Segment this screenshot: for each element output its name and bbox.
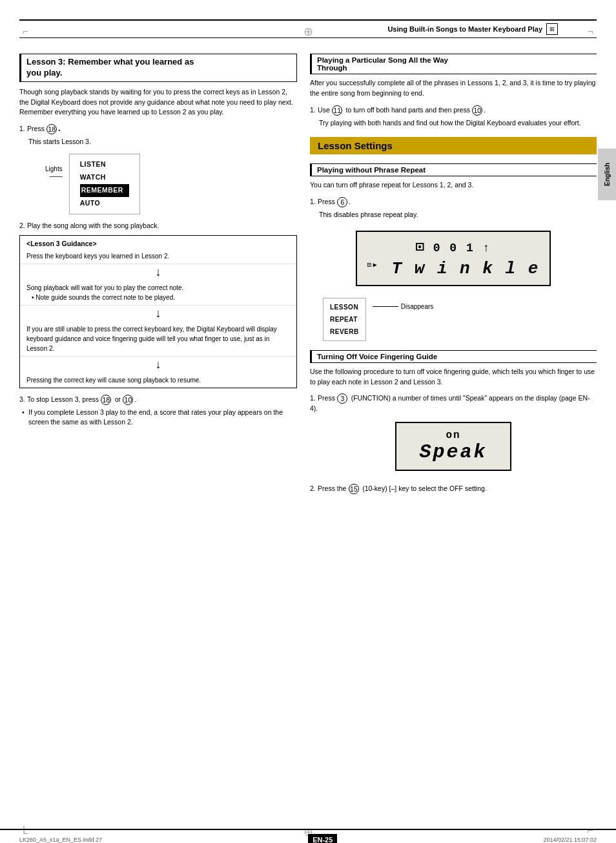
lights-item-auto: AUTO <box>80 197 129 210</box>
sidebar-english-label: English <box>598 149 616 200</box>
phrase-repeat-section-box: Playing without Phrase Repeat <box>310 163 597 176</box>
circle-3: 3 <box>337 393 347 404</box>
top-bar-title: Using Built-in Songs to Master Keyboard … <box>387 25 542 33</box>
right-column: Playing a Particular Song All the Way Th… <box>310 45 597 497</box>
footer: LK260_A5_x1a_EN_ES.indd 27 EN-25 2014/02… <box>0 829 616 843</box>
lesson-labels-container: LESSON REPEAT REVERB Disappears <box>323 298 597 341</box>
repeat-label: REPEAT <box>330 313 359 326</box>
guidance-arrow-3: ↓ <box>20 357 296 373</box>
circle-10b: 10 <box>472 105 482 116</box>
lcd-display-twinkle: ⊡ 0 0 1 ↑ ⊡▶ T w i n k l e <box>356 231 551 286</box>
phrase-repeat-step1-sub: This disables phrase repeat play. <box>310 210 597 220</box>
center-mark-top: ⊕ <box>303 25 313 39</box>
lesson-label: LESSON <box>330 301 359 313</box>
speak-display: on Speak <box>395 422 511 471</box>
disappears-line <box>373 306 398 307</box>
lcd-top-row: ⊡ 0 0 1 ↑ <box>367 238 540 256</box>
circle-10: 10 <box>123 395 133 405</box>
speak-display-container: on Speak <box>310 415 597 477</box>
playing-intro: After you successfully complete all of t… <box>310 78 597 99</box>
corner-mark-tl: ⌐ <box>23 26 28 37</box>
guidance-row-4: Pressing the correct key will cause song… <box>20 373 296 388</box>
guidance-row-2: Song playback will wait for you to play … <box>20 280 296 306</box>
lights-item-watch: WATCH <box>80 171 129 184</box>
circle-18b: 18 <box>101 395 111 405</box>
lights-item-listen: LISTEN <box>80 158 129 171</box>
guidance-arrow-2: ↓ <box>20 306 296 322</box>
playing-section-title: Playing a Particular Song All the Way Th… <box>317 56 591 72</box>
footer-filename: LK260_A5_x1a_EN_ES.indd 27 <box>19 837 102 843</box>
lcd-display-container: ⊡ 0 0 1 ↑ ⊡▶ T w i n k l e <box>310 224 597 293</box>
circle-15: 15 <box>349 484 359 494</box>
top-bar-icon: ⊞ <box>546 23 558 35</box>
speak-bottom-row: Speak <box>409 441 497 463</box>
voice-fingering-intro: Use the following procedure to turn off … <box>310 367 597 388</box>
playing-section-box: Playing a Particular Song All the Way Th… <box>310 54 597 74</box>
phrase-repeat-step1: 1. Press 6. <box>310 197 597 207</box>
voice-fingering-section-box: Turning Off Voice Fingering Guide <box>310 350 597 363</box>
lesson3-intro: Though song playback stands by waiting f… <box>19 87 297 118</box>
disappears-text: Disappears <box>401 303 434 310</box>
lights-label: Lights <box>45 165 63 172</box>
lesson3-section-box: Lesson 3: Remember what you learned as y… <box>19 54 297 82</box>
circle-11: 11 <box>332 105 342 116</box>
lesson-settings-heading: Lesson Settings <box>310 137 597 154</box>
lesson3-step3: 3. To stop Lesson 3, press 18 or 10. <box>19 395 297 405</box>
guidance-title: <Lesson 3 Guidance> <box>20 236 296 249</box>
circle-18: 18 <box>46 124 57 134</box>
footer-page-number: EN-25 <box>308 834 337 843</box>
lesson3-title: Lesson 3: Remember what you learned as y… <box>26 57 291 79</box>
phrase-repeat-title: Playing without Phrase Repeat <box>317 166 591 174</box>
voice-fingering-step2: 2. Press the 15 (10-key) [–] key to sele… <box>310 484 597 494</box>
voice-fingering-title: Turning Off Voice Fingering Guide <box>317 353 591 360</box>
lights-item-remember: REMEMBER <box>80 184 129 197</box>
phrase-repeat-intro: You can turn off phrase repeat for Lesso… <box>310 180 597 191</box>
playing-step1: 1. Use 11 to turn off both hand parts an… <box>310 105 597 116</box>
disappears-label-container: Disappears <box>373 303 434 310</box>
voice-fingering-step1: 1. Press 3 (FUNCTION) a number of times … <box>310 393 597 413</box>
guidance-box: <Lesson 3 Guidance> Press the keyboard k… <box>19 235 297 388</box>
reverb-label: REVERB <box>330 326 359 338</box>
footer-date: 2014/02/21 15:07:02 <box>543 837 597 843</box>
lesson3-step3-bullet: If you complete Lesson 3 play to the end… <box>19 408 297 428</box>
lights-list: LISTEN WATCH REMEMBER AUTO <box>69 154 140 214</box>
circle-6: 6 <box>337 197 347 207</box>
lcd-bottom-row: ⊡▶ T w i n k l e <box>367 258 540 278</box>
lesson3-step2: 2. Play the song along with the song pla… <box>19 221 297 230</box>
lights-diagram: Lights —— LISTEN WATCH REMEMBER AUTO <box>45 154 297 214</box>
lesson-labels-box: LESSON REPEAT REVERB <box>323 298 366 341</box>
speak-top-row: on <box>409 430 497 441</box>
guidance-arrow-1: ↓ <box>20 264 296 280</box>
main-content: Lesson 3: Remember what you learned as y… <box>19 45 597 497</box>
playing-step1-sub: Try playing with both hands and find out… <box>310 118 597 129</box>
left-column: Lesson 3: Remember what you learned as y… <box>19 45 297 497</box>
guidance-row-1: Press the keyboard keys you learned in L… <box>20 249 296 264</box>
lesson3-step1: 1. Press 18. <box>19 124 297 134</box>
guidance-row-3: If you are still unable to press the cor… <box>20 322 296 357</box>
corner-mark-tr: ¬ <box>588 26 593 37</box>
lesson3-step1-sub: This starts Lesson 3. <box>19 137 297 147</box>
page: ⌐ ¬ L ⌐ ⊕ ⊕ English Using Built-in Songs… <box>0 19 616 843</box>
